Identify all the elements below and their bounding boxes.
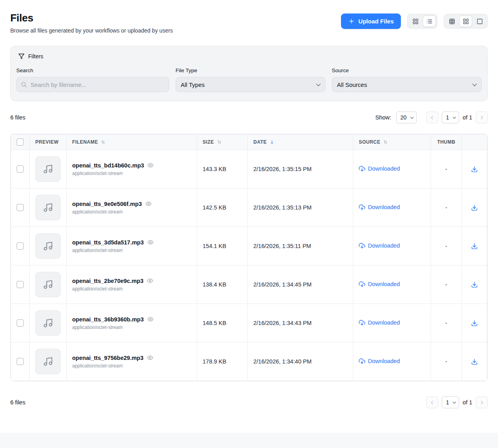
- row-checkbox[interactable]: [17, 358, 24, 365]
- audio-preview: [35, 156, 61, 182]
- row-checkbox[interactable]: [17, 204, 24, 211]
- plus-icon: [348, 18, 355, 25]
- header-thumb: THUMB: [431, 135, 462, 150]
- header-date[interactable]: DATE: [248, 135, 353, 150]
- thumb-cell: -: [431, 304, 462, 342]
- source-badge[interactable]: Downloaded: [359, 281, 400, 287]
- page-select[interactable]: 1: [442, 112, 459, 123]
- table-row: openai_tts_3d5da517.mp3 application/octe…: [11, 227, 487, 265]
- file-size: 138.4 KB: [197, 265, 248, 304]
- main-content: Files Browse all files generated by your…: [0, 0, 498, 408]
- header-source[interactable]: SOURCE: [353, 135, 431, 150]
- eye-icon[interactable]: [147, 316, 153, 322]
- page-header: Files Browse all files generated by your…: [10, 12, 488, 34]
- square-icon: [477, 18, 483, 25]
- file-size: 142.5 KB: [197, 188, 248, 227]
- source-label-text: Downloaded: [368, 165, 400, 172]
- source-select[interactable]: All Sources: [332, 77, 482, 92]
- eye-icon[interactable]: [147, 355, 153, 361]
- source-badge[interactable]: Downloaded: [359, 204, 400, 210]
- music-note-icon: [43, 318, 53, 328]
- eye-icon[interactable]: [147, 162, 153, 168]
- upload-files-label: Upload Files: [358, 18, 394, 25]
- file-size: 154.1 KB: [197, 227, 248, 265]
- eye-icon[interactable]: [147, 239, 153, 245]
- table-density-button[interactable]: [445, 15, 458, 27]
- source-badge[interactable]: Downloaded: [359, 242, 400, 249]
- file-name: openai_tts_bd14b60c.mp3: [72, 162, 144, 169]
- grid-view-button[interactable]: [409, 15, 422, 27]
- eye-icon[interactable]: [146, 201, 151, 207]
- audio-preview: [35, 233, 61, 259]
- download-icon: [471, 204, 478, 211]
- filter-funnel-icon: [18, 53, 25, 60]
- table-row: openai_tts_bd14b60c.mp3 application/octe…: [11, 150, 487, 188]
- single-density-button[interactable]: [473, 15, 486, 27]
- site-footer: Acme Corporation Innovation through auto…: [0, 433, 498, 448]
- grid-icon: [463, 18, 469, 25]
- download-button[interactable]: [469, 357, 479, 367]
- source-badge[interactable]: Downloaded: [359, 319, 400, 326]
- row-checkbox[interactable]: [17, 319, 24, 327]
- row-checkbox[interactable]: [17, 165, 24, 173]
- files-count: 6 files: [10, 114, 25, 121]
- prev-page-button[interactable]: [426, 112, 438, 123]
- pager: 1 of 1: [426, 112, 488, 123]
- grid-density-button[interactable]: [459, 15, 472, 27]
- header-size[interactable]: SIZE: [197, 135, 248, 150]
- file-mime: application/octet-stream: [72, 248, 191, 253]
- file-type-select[interactable]: All Types: [176, 77, 326, 92]
- file-type-label: File Type: [176, 67, 326, 73]
- grid-icon: [412, 18, 419, 25]
- title-block: Files Browse all files generated by your…: [10, 12, 173, 34]
- eye-icon[interactable]: [147, 278, 153, 284]
- download-icon: [471, 166, 478, 173]
- music-note-icon: [43, 356, 53, 367]
- filters-grid: Search File Type All Types Source: [16, 67, 482, 92]
- page-select[interactable]: 1: [442, 396, 459, 408]
- file-date: 2/16/2026, 1:35:15 PM: [248, 150, 353, 188]
- source-field-group: Source All Sources: [332, 67, 482, 92]
- table-row: openai_tts_2be70e9c.mp3 application/octe…: [11, 265, 487, 304]
- chevron-right-icon: [479, 115, 485, 121]
- file-mime: application/octet-stream: [72, 325, 191, 330]
- select-all-checkbox[interactable]: [17, 138, 24, 146]
- next-page-button[interactable]: [476, 112, 488, 123]
- page-size-select[interactable]: 20: [396, 112, 417, 123]
- next-page-button[interactable]: [476, 396, 488, 408]
- header-filename[interactable]: FILENAME: [67, 135, 197, 150]
- source-badge[interactable]: Downloaded: [359, 358, 400, 364]
- download-icon: [471, 281, 478, 288]
- audio-preview: [35, 195, 61, 220]
- show-label: Show:: [375, 114, 391, 121]
- search-field-group: Search: [16, 67, 169, 92]
- download-icon: [471, 243, 478, 250]
- audio-preview: [35, 349, 61, 374]
- source-label-text: Downloaded: [368, 319, 400, 326]
- list-view-button[interactable]: [423, 15, 436, 27]
- density-toggle-group: [444, 14, 488, 29]
- file-type-select-wrap: All Types: [176, 77, 326, 92]
- download-button[interactable]: [469, 318, 479, 328]
- source-badge[interactable]: Downloaded: [359, 165, 400, 172]
- pagination-controls-top: Show: 20 1 of 1: [375, 112, 488, 123]
- download-button[interactable]: [469, 241, 479, 251]
- download-button[interactable]: [469, 203, 479, 213]
- cloud-download-icon: [359, 165, 365, 172]
- thumb-cell: -: [431, 342, 462, 381]
- header-actions: Upload Files: [341, 13, 488, 29]
- file-mime: application/octet-stream: [72, 363, 191, 369]
- download-button[interactable]: [469, 164, 479, 174]
- header-preview: PREVIEW: [30, 135, 67, 150]
- source-label: Source: [332, 67, 482, 73]
- row-checkbox[interactable]: [17, 242, 24, 250]
- table-header-row: PREVIEW FILENAME SIZE DATE SOURCE THUMB: [11, 135, 487, 150]
- prev-page-button[interactable]: [426, 396, 438, 408]
- music-note-icon: [43, 279, 53, 290]
- file-name: openai_tts_9756be29.mp3: [72, 355, 144, 361]
- upload-files-button[interactable]: Upload Files: [341, 13, 401, 29]
- download-button[interactable]: [469, 280, 479, 290]
- row-checkbox[interactable]: [17, 281, 24, 288]
- download-icon: [471, 320, 478, 327]
- search-input[interactable]: [16, 77, 169, 92]
